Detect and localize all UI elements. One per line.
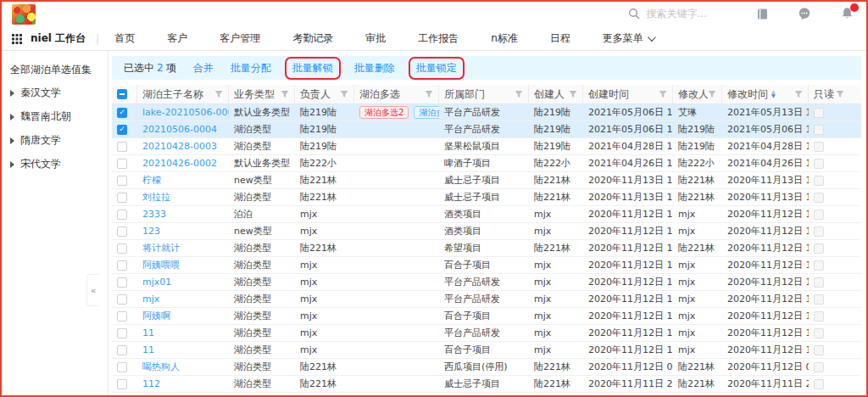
sidebar-item-宋代文学[interactable]: 宋代文学 [10, 157, 108, 171]
table-row[interactable]: 喝热狗人湖泊类型陆221林西瓜项目(停用)陆221林2020年11月12日 09… [112, 359, 861, 376]
table-row[interactable]: 20210426-0002默认业务类型陆222小啤酒子项目陆222小2021年0… [112, 155, 861, 172]
row-checkbox[interactable] [117, 311, 127, 322]
cell-lake-name[interactable]: mjx01 [137, 277, 229, 288]
filter-icon[interactable] [569, 90, 577, 98]
nav-item-考勤记录[interactable]: 考勤记录 [292, 31, 333, 46]
message-icon[interactable] [797, 6, 812, 21]
row-checkbox[interactable] [117, 277, 127, 288]
row-checkbox[interactable] [117, 226, 127, 237]
filter-icon[interactable] [214, 90, 223, 98]
cell-lake-name[interactable]: 11 [137, 327, 229, 338]
table-row[interactable]: 20210428-0003湖泊类型陆219陆坚果松鼠项目陆219陆2021年04… [112, 138, 861, 155]
cell-lake-name[interactable]: 123 [137, 226, 229, 237]
tree-expand-icon[interactable] [10, 137, 14, 144]
cell-creator: 陆221林 [529, 242, 583, 254]
nav-item-more-menu[interactable]: 更多菜单 [603, 31, 654, 46]
filter-icon[interactable] [281, 90, 289, 98]
filter-icon[interactable] [659, 90, 667, 98]
global-search[interactable]: 搜索关键字... [628, 7, 707, 21]
nav-item-n标准[interactable]: n标准 [491, 31, 518, 46]
cell-lake-name[interactable]: 20210426-0002 [137, 158, 229, 169]
row-checkbox[interactable] [117, 142, 127, 152]
filter-icon[interactable] [708, 90, 716, 98]
cell-lake-name[interactable]: 刘拉拉 [137, 191, 229, 204]
cell-lake-name[interactable]: 20210506-0004 [137, 124, 229, 135]
sort-desc-icon[interactable]: ▼ [771, 94, 776, 98]
sidebar-item-label: 秦汉文学 [20, 86, 61, 100]
sidebar-item-秦汉文学[interactable]: 秦汉文学 [10, 86, 108, 100]
row-checkbox[interactable] [117, 159, 127, 169]
table-row[interactable]: ✓lake-20210506-0005默认业务类型陆219陆湖泊多选2湖泊多选1… [112, 104, 861, 121]
row-checkbox[interactable] [117, 379, 127, 389]
cell-lake-name[interactable]: 2333 [137, 209, 229, 220]
table-row[interactable]: 11湖泊类型mjx平台产品研发mjx2020年11月12日 11:11mjx20… [112, 325, 861, 342]
row-checkbox[interactable] [117, 210, 127, 220]
row-checkbox[interactable]: ✓ [117, 108, 127, 118]
column-label: 创建时间 [588, 87, 629, 102]
sidebar-collapse-handle[interactable]: « [86, 274, 99, 306]
row-checkbox[interactable] [117, 345, 127, 355]
cell-lake-name[interactable]: mjx [137, 294, 229, 305]
apps-grid-icon[interactable] [12, 34, 22, 44]
tree-expand-icon[interactable] [10, 90, 14, 97]
cell-lake-name[interactable]: 112 [137, 378, 229, 389]
table-row[interactable]: mjx01湖泊类型mjx平台产品研发mjx2020年11月12日 11:46mj… [112, 274, 861, 291]
row-checkbox[interactable] [117, 328, 127, 338]
table-row[interactable]: 123new类型mjx酒类项目mjx2020年11月12日 15:25mjx20… [112, 223, 861, 240]
filter-icon[interactable] [425, 90, 433, 98]
table-row[interactable]: 将计就计湖泊类型陆221林希望项目陆221林2020年11月12日 15:15陆… [112, 240, 861, 257]
cell-lake-name[interactable]: 20210428-0003 [137, 141, 229, 152]
nav-item-首页[interactable]: 首页 [114, 31, 135, 46]
nav-item-客户[interactable]: 客户 [167, 31, 187, 46]
toolbar-action-批量删除[interactable]: 批量删除 [354, 61, 395, 75]
filter-icon[interactable] [340, 90, 348, 98]
cell-lake-name[interactable]: 阿姨啊 [137, 310, 229, 322]
toolbar-action-合并[interactable]: 合并 [193, 61, 214, 75]
cell-lake-name[interactable]: lake-20210506-0005 [137, 107, 229, 118]
row-checkbox[interactable] [117, 243, 127, 254]
table-row[interactable]: 112湖泊类型陆221林威士忌子项目陆221林2020年11月11日 21:19… [112, 376, 861, 393]
table-row[interactable]: 阿姨喂喂湖泊类型mjx百合子项目mjx2020年11月12日 14:38mjx2… [112, 257, 861, 274]
workspace-title[interactable]: niel 工作台 [31, 31, 86, 46]
row-checkbox[interactable] [117, 362, 127, 372]
nav-item-客户管理[interactable]: 客户管理 [220, 31, 260, 46]
cell-lake-name[interactable]: 柠檬 [137, 174, 229, 187]
cell-lake-name[interactable]: 将计就计 [137, 242, 229, 254]
row-checkbox[interactable] [117, 294, 127, 305]
filter-icon[interactable] [515, 90, 523, 98]
toolbar-action-批量锁定[interactable]: 批量锁定 [416, 62, 457, 74]
table-row[interactable]: 阿姨啊湖泊类型mjx百合子项目mjx2020年11月12日 11:16mjx20… [112, 308, 861, 325]
table-row[interactable]: 刘拉拉湖泊类型陆221林威士忌子项目陆221林2020年11月13日 10:30… [112, 189, 861, 206]
sidebar-item-隋唐文学[interactable]: 隋唐文学 [10, 133, 108, 148]
nav-item-工作报告[interactable]: 工作报告 [418, 31, 459, 46]
tree-expand-icon[interactable] [10, 161, 14, 168]
app-logo[interactable] [12, 4, 36, 25]
sort-control[interactable]: ▲▼ [771, 90, 776, 98]
nav-item-日程[interactable]: 日程 [550, 31, 570, 46]
row-checkbox[interactable] [117, 260, 127, 271]
table-row[interactable]: 柠檬new类型陆221林威士忌子项目陆221林2020年11月13日 10:31… [112, 172, 861, 189]
cell-lake-name[interactable]: 喝热狗人 [137, 361, 229, 373]
book-icon[interactable] [754, 6, 770, 21]
cell-lake-name[interactable]: 11 [137, 344, 229, 355]
row-checkbox[interactable] [117, 176, 127, 186]
select-all-checkbox[interactable] [117, 89, 127, 99]
cell-business-type: 湖泊类型 [229, 191, 295, 204]
tree-expand-icon[interactable] [10, 114, 14, 120]
cell-created-time: 2020年11月12日 11:11 [583, 327, 673, 339]
cell-select [112, 345, 137, 355]
filter-icon[interactable] [794, 90, 803, 98]
table-row[interactable]: ✓20210506-0004湖泊类型陆219陆平台产品研发陆219陆2021年0… [112, 121, 861, 138]
table-row[interactable]: 2333泊泊mjx酒类项目mjx2020年11月12日 15:25mjx2020… [112, 206, 861, 223]
bell-icon[interactable] [839, 6, 854, 21]
filter-icon[interactable] [836, 90, 844, 98]
sidebar-item-魏晋南北朝[interactable]: 魏晋南北朝 [10, 109, 108, 124]
cell-lake-name[interactable]: 阿姨喂喂 [137, 259, 229, 271]
nav-item-审批[interactable]: 审批 [365, 31, 386, 46]
row-checkbox[interactable] [117, 193, 127, 203]
toolbar-action-批量分配[interactable]: 批量分配 [231, 61, 271, 75]
toolbar-action-批量解锁[interactable]: 批量解锁 [292, 62, 333, 74]
row-checkbox[interactable]: ✓ [117, 125, 127, 135]
table-row[interactable]: 11湖泊类型mjx百合子项目mjx2020年11月12日 11:04mjx202… [112, 342, 861, 359]
table-row[interactable]: mjx湖泊类型mjx平台产品研发mjx2020年11月12日 11:44mjx2… [112, 291, 861, 308]
